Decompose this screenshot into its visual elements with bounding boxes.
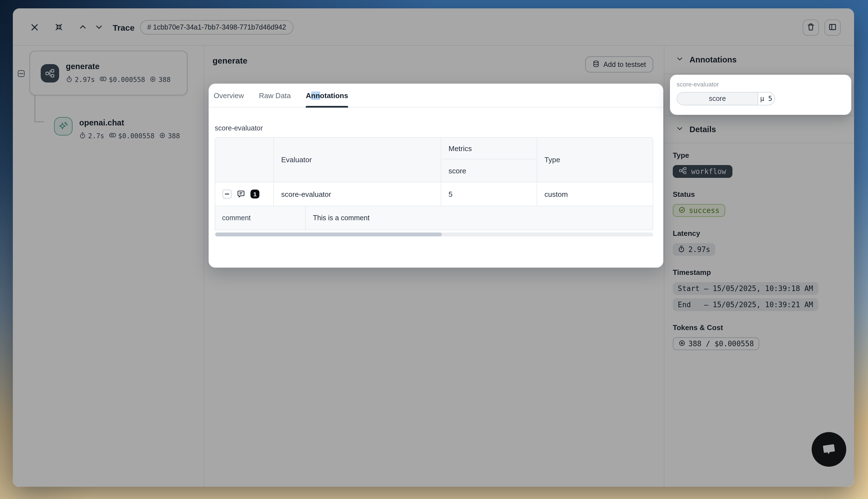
controls-column-header <box>215 138 274 182</box>
tab-bar: Overview Raw Data Annotations <box>209 84 663 108</box>
evaluator-section-heading: score-evaluator <box>215 124 663 132</box>
evaluator-cell: score-evaluator <box>274 182 441 206</box>
trace-viewer-window: Trace # 1cbb70e7-34a1-7bb7-3498-771b7d46… <box>13 8 854 487</box>
annotation-score-card: score-evaluator score μ 5 <box>670 75 851 115</box>
comment-value: This is a comment <box>306 206 653 230</box>
tab-overview[interactable]: Overview <box>214 84 244 107</box>
annotation-evaluator-label: score-evaluator <box>677 81 845 87</box>
comment-row: comment This is a comment <box>215 206 653 230</box>
metrics-column-header: Metrics score <box>441 138 537 182</box>
score-metric-button[interactable]: score <box>677 93 758 105</box>
comment-count-badge: 1 <box>251 190 260 198</box>
evaluator-table: Evaluator Metrics score Type <box>215 137 653 230</box>
tab-raw-data[interactable]: Raw Data <box>259 84 291 107</box>
type-cell: custom <box>537 182 653 206</box>
screen: Trace # 1cbb70e7-34a1-7bb7-3498-771b7d46… <box>0 0 868 499</box>
score-cell: 5 <box>441 182 537 206</box>
table-row[interactable]: 1 score-evaluator 5 custom <box>215 182 653 206</box>
table-header: Evaluator Metrics score Type <box>215 138 653 182</box>
score-segmented-control: score μ 5 <box>677 92 775 105</box>
tab-annotations[interactable]: Annotations <box>306 84 348 107</box>
score-mean-value[interactable]: μ 5 <box>758 93 774 105</box>
scrollbar-thumb[interactable] <box>215 232 442 236</box>
horizontal-scrollbar <box>215 232 653 236</box>
evaluator-column-header: Evaluator <box>274 138 441 182</box>
type-column-header: Type <box>537 138 653 182</box>
comment-icon[interactable] <box>237 190 245 198</box>
metric-name: score <box>441 159 537 182</box>
text-selection-highlight: nn <box>311 91 320 99</box>
comment-key: comment <box>215 206 306 230</box>
row-collapse-checkbox[interactable] <box>222 190 231 198</box>
annotations-tab-card: Overview Raw Data Annotations score-eval… <box>209 84 663 268</box>
